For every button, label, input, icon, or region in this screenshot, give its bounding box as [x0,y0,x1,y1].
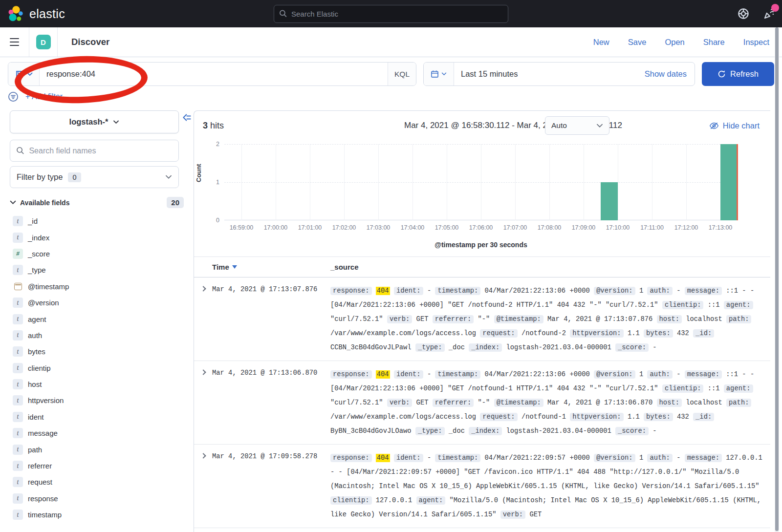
field-badge: _type: [415,343,445,352]
field-badge: ident: [394,370,423,379]
filter-settings-icon[interactable] [8,91,19,102]
field-badge: timestamp: [435,454,480,462]
field-item-@timestamp[interactable]: @timestamp [10,278,184,295]
expand-row-icon[interactable] [194,367,212,438]
filter-by-type-select[interactable]: Filter by type 0 [10,166,179,188]
y-tick-label: 1 [216,179,219,186]
field-badge: path: [726,399,751,407]
saved-query-menu-button[interactable] [8,63,40,85]
add-filter-button[interactable]: + Add filter [25,92,63,101]
refresh-button[interactable]: Refresh [702,62,774,86]
field-name: _type [28,266,46,274]
time-range-value[interactable]: Last 15 minutes [454,63,637,85]
field-search[interactable] [10,140,179,162]
field-item-host[interactable]: thost [10,376,184,392]
kql-language-button[interactable]: KQL [388,63,416,85]
field-item-timestamp[interactable]: ttimestamp [10,507,184,523]
global-search-input[interactable] [291,10,503,18]
page-title: Discover [71,37,109,47]
elastic-logo[interactable]: elastic [7,5,65,22]
field-badge: @version: [594,370,635,379]
text-field-icon: t [13,330,23,340]
query-input[interactable] [46,69,381,79]
save-button[interactable]: Save [628,38,647,47]
field-item-message[interactable]: tmessage [10,425,184,441]
x-tick-label: 17:07:00 [503,224,527,231]
field-name: agent [28,315,46,323]
field-name: _index [28,234,49,242]
text-field-icon: t [13,314,23,324]
new-button[interactable]: New [593,38,609,47]
field-badge: message: [685,454,722,462]
field-item-bytes[interactable]: tbytes [10,343,184,360]
field-badge: message: [685,370,722,379]
field-item-_score[interactable]: #_score [10,246,184,262]
x-tick-label: 17:11:00 [640,224,664,231]
field-badge: @version: [594,287,635,295]
field-item-response[interactable]: tresponse [10,490,184,507]
newsfeed-icon[interactable] [762,7,775,20]
field-item-request[interactable]: trequest [10,474,184,490]
top-nav-menu: New Save Open Share Inspect [593,38,769,47]
field-name: path [28,446,42,454]
row-source: response: 404 ident: - timestamp: 04/Mar… [330,367,770,438]
eye-closed-icon [709,122,719,130]
field-badge: _score: [615,343,649,352]
help-icon[interactable] [737,7,750,20]
available-fields-header[interactable]: Available fields 20 [10,197,184,208]
field-item-_type[interactable]: t_type [10,262,184,278]
open-button[interactable]: Open [665,38,684,47]
interval-select[interactable]: Auto [545,116,609,135]
histogram-bar[interactable] [720,144,738,220]
field-item-auth[interactable]: tauth [10,327,184,343]
field-badge: @timestamp: [494,399,543,407]
field-item-agent[interactable]: tagent [10,311,184,327]
field-item-_index[interactable]: t_index [10,229,184,245]
field-badge: referrer: [433,399,474,407]
x-tick-label: 17:00:00 [264,224,288,231]
histogram-bar[interactable] [601,182,618,220]
row-time: Mar 4, 2021 @ 17:09:58.278 [212,451,330,522]
quick-select-menu-button[interactable] [424,63,454,85]
field-badge: response: [330,287,372,295]
field-item-_id[interactable]: t_id [10,213,184,229]
field-item-referrer[interactable]: treferrer [10,458,184,474]
search-icon [16,146,24,155]
expand-row-icon[interactable] [194,284,212,355]
field-item-@version[interactable]: t@version [10,295,184,311]
show-dates-button[interactable]: Show dates [637,63,695,85]
page-scrollbar[interactable] [775,27,779,532]
documents-table: Time _source Mar 4, 2021 @ 17:13:07.876r… [194,256,770,528]
field-name: timestamp [28,511,62,519]
x-tick-label: 17:02:00 [332,224,356,231]
collapse-sidebar-icon[interactable] [182,113,192,122]
field-item-path[interactable]: tpath [10,441,184,457]
chevron-down-icon [441,72,447,76]
expand-row-icon[interactable] [194,451,212,522]
query-bar: KQL Last 15 minutes Show dates Refresh [0,57,782,90]
field-item-clientip[interactable]: tclientip [10,360,184,376]
x-axis-title: @timestamp per 30 seconds [224,241,738,249]
hide-chart-button[interactable]: Hide chart [709,121,760,130]
text-field-icon: t [13,461,23,471]
column-header-time[interactable]: Time [212,263,330,271]
app-tab-discover[interactable]: D [29,27,58,57]
field-badge: bytes: [644,329,673,338]
field-name: host [28,380,42,388]
field-item-httpversion[interactable]: thttpversion [10,392,184,408]
inspect-button[interactable]: Inspect [743,38,769,47]
index-pattern-switcher[interactable]: logstash-* [10,110,179,133]
menu-icon[interactable] [0,27,29,57]
field-badge: request: [480,329,517,338]
field-item-ident[interactable]: tident [10,409,184,425]
x-tick-label: 17:06:00 [469,224,493,231]
share-button[interactable]: Share [703,38,725,47]
field-search-input[interactable] [29,147,173,155]
field-badge: timestamp: [435,287,480,295]
table-row: Mar 4, 2021 @ 17:09:58.278response: 404 … [194,445,770,528]
field-name: response [28,494,58,503]
field-badge: ident: [394,287,423,295]
filter-bar: + Add filter [0,90,782,107]
global-search[interactable] [274,5,508,23]
field-badge: auth: [647,287,672,295]
